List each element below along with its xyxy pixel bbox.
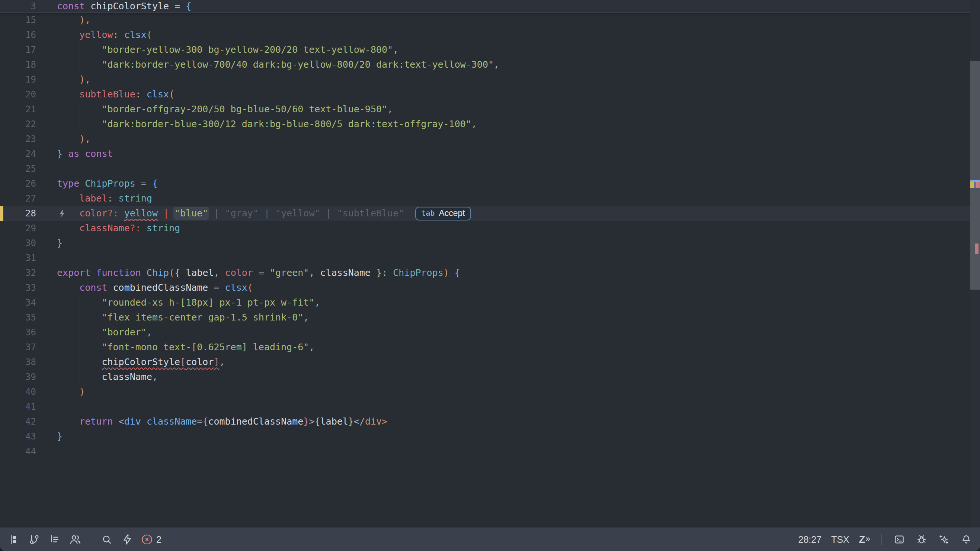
- code-line[interactable]: 37 "font-mono text-[0.625rem] leading-6"…: [0, 340, 970, 355]
- line-number: 43: [0, 431, 36, 442]
- editor-pane[interactable]: 15 ),16 yellow: clsx(17 "border-yellow-3…: [0, 0, 980, 528]
- git-branch-icon[interactable]: [28, 532, 41, 547]
- language-selector[interactable]: TSX: [831, 534, 850, 545]
- accept-prediction-button[interactable]: tabAccept: [415, 207, 471, 221]
- accept-label: Accept: [439, 208, 465, 218]
- code-line-text: className?: string: [57, 221, 180, 236]
- diagnostics-button[interactable]: 2: [142, 534, 161, 545]
- status-divider: [881, 534, 882, 545]
- assistant-sparkles-icon[interactable]: [938, 532, 950, 547]
- code-line[interactable]: 24} as const: [0, 146, 970, 161]
- line-number: 33: [0, 283, 36, 293]
- code-line-text: label: string: [57, 191, 152, 206]
- indent-guide: [80, 102, 80, 132]
- code-line[interactable]: 40 ): [0, 384, 970, 399]
- indent-guide: [80, 42, 80, 72]
- code-line[interactable]: 21 "border-offgray-200/50 bg-blue-50/60 …: [0, 102, 970, 117]
- code-line-text: chipColorStyle[color],: [57, 355, 225, 370]
- scrollbar-thumb[interactable]: [970, 61, 980, 290]
- code-editor-window: 15 ),16 yellow: clsx(17 "border-yellow-3…: [0, 0, 980, 551]
- zed-predict-letter: Z: [859, 534, 865, 545]
- collaboration-icon[interactable]: [69, 532, 81, 547]
- cursor-position[interactable]: 28:27: [799, 534, 822, 545]
- line-number: 42: [0, 416, 36, 427]
- code-line-text: "flex items-center gap-1.5 shrink-0",: [57, 310, 309, 325]
- terminal-icon[interactable]: [893, 532, 905, 547]
- search-icon[interactable]: [100, 532, 113, 547]
- status-bar: 2 28:27 TSX Z »: [0, 527, 980, 551]
- code-line[interactable]: 39 className,: [0, 370, 970, 384]
- code-line-text: color?: yellow | "blue" | "gray" | "yell…: [57, 206, 471, 221]
- code-line[interactable]: 18 "dark:border-yellow-700/40 dark:bg-ye…: [0, 57, 970, 72]
- code-line[interactable]: 36 "border",: [0, 325, 970, 340]
- code-line[interactable]: 22 "dark:border-blue-300/12 dark:bg-blue…: [0, 117, 970, 132]
- edit-prediction-icon: [58, 209, 66, 218]
- code-line-text: "font-mono text-[0.625rem] leading-6",: [57, 340, 314, 355]
- code-line[interactable]: 41: [0, 399, 970, 414]
- error-count: 2: [156, 534, 161, 545]
- tab-key-label: tab: [421, 209, 434, 218]
- code-lines[interactable]: 15 ),16 yellow: clsx(17 "border-yellow-3…: [0, 13, 970, 459]
- prediction-inline-suggestion: "blue": [175, 208, 208, 219]
- code-line[interactable]: 44: [0, 444, 970, 459]
- status-bar-left: 2: [0, 532, 169, 547]
- code-line[interactable]: 38 chipColorStyle[color],: [0, 355, 970, 370]
- indent-guide: [80, 295, 80, 384]
- code-line[interactable]: 34 "rounded-xs h-[18px] px-1 pt-px w-fit…: [0, 295, 970, 310]
- code-line[interactable]: 20 subtleBlue: clsx(: [0, 87, 970, 102]
- prediction-ghost-text: | "gray" | "yellow" | "subtleBlue": [208, 208, 404, 219]
- code-line-text: "border-yellow-300 bg-yellow-200/20 text…: [57, 42, 398, 57]
- notifications-bell-icon[interactable]: [960, 532, 972, 547]
- code-line[interactable]: 35 "flex items-center gap-1.5 shrink-0",: [0, 310, 970, 325]
- code-line[interactable]: 19 ),: [0, 72, 970, 87]
- zed-predict-chevrons: »: [865, 534, 870, 544]
- code-line[interactable]: 23 ),: [0, 132, 970, 146]
- sticky-line-number: 3: [0, 1, 36, 11]
- line-number: 40: [0, 387, 36, 397]
- line-number: 20: [0, 89, 36, 100]
- code-line-text: "dark:border-yellow-700/40 dark:bg-yello…: [57, 57, 499, 72]
- line-number: 15: [0, 15, 36, 25]
- indent-guide: [57, 13, 57, 146]
- status-divider: [91, 534, 91, 545]
- line-number: 30: [0, 238, 36, 248]
- code-line[interactable]: 30}: [0, 236, 970, 251]
- line-number: 32: [0, 268, 36, 278]
- code-line[interactable]: 16 yellow: clsx(: [0, 27, 970, 42]
- sticky-line-code: const chipColorStyle = {: [57, 0, 191, 12]
- code-line[interactable]: 29 className?: string: [0, 221, 970, 236]
- outline-panel-icon[interactable]: [48, 532, 61, 547]
- line-number: 36: [0, 327, 36, 338]
- code-line[interactable]: 32export function Chip({ label, color = …: [0, 265, 970, 280]
- scrollbar[interactable]: [970, 0, 980, 528]
- debug-icon[interactable]: [915, 532, 928, 547]
- line-number: 25: [0, 164, 36, 174]
- code-line[interactable]: 26type ChipProps = {: [0, 176, 970, 191]
- code-line-text: } as const: [57, 146, 113, 161]
- code-line-text: ),: [57, 72, 91, 87]
- line-number: 29: [0, 223, 36, 233]
- code-line[interactable]: 43}: [0, 429, 970, 444]
- code-line[interactable]: 25: [0, 161, 970, 176]
- code-line[interactable]: 31: [0, 251, 970, 265]
- code-line[interactable]: 27 label: string: [0, 191, 970, 206]
- scrollbar-error-marker: [976, 182, 980, 188]
- code-line-text: "border-offgray-200/50 bg-blue-50/60 tex…: [57, 102, 393, 117]
- code-line-text: export function Chip({ label, color = "g…: [57, 265, 460, 280]
- code-line[interactable]: 33 const combinedClassName = clsx(: [0, 280, 970, 295]
- line-number: 41: [0, 402, 36, 412]
- line-number: 28: [0, 208, 36, 219]
- line-number: 26: [0, 178, 36, 189]
- zed-predict-icon[interactable]: Z »: [859, 534, 870, 545]
- scrollbar-warning-marker: [970, 182, 974, 188]
- code-line[interactable]: 17 "border-yellow-300 bg-yellow-200/20 t…: [0, 42, 970, 57]
- project-panel-icon[interactable]: [8, 532, 20, 547]
- code-line[interactable]: 15 ),: [0, 13, 970, 27]
- code-line-text: "dark:border-blue-300/12 dark:bg-blue-80…: [57, 117, 477, 132]
- line-number: 24: [0, 149, 36, 159]
- indent-guide: [57, 280, 57, 429]
- code-line[interactable]: 28 color?: yellow | "blue" | "gray" | "y…: [0, 206, 970, 221]
- line-number: 39: [0, 372, 36, 382]
- edit-predictions-icon[interactable]: [121, 532, 134, 547]
- code-line[interactable]: 42 return <div className={combinedClassN…: [0, 414, 970, 429]
